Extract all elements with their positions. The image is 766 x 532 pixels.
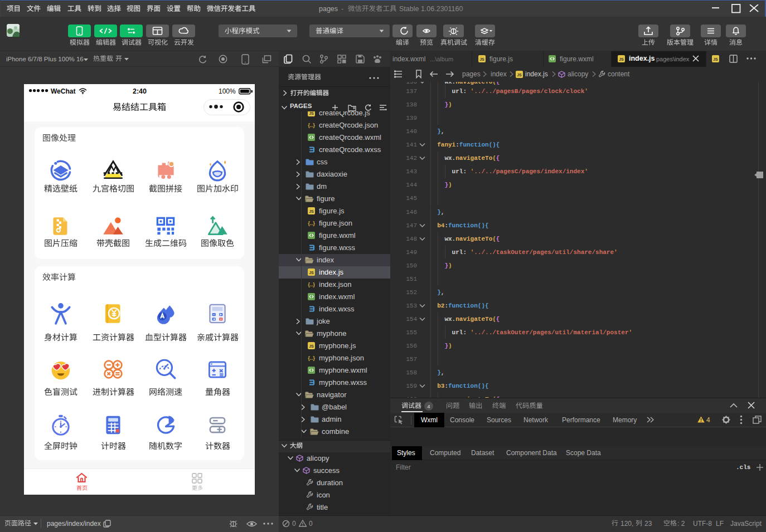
svg-text:{..}: {..} xyxy=(308,281,315,287)
svg-text:JS: JS xyxy=(309,111,314,115)
svg-text:JS: JS xyxy=(517,73,522,77)
svg-text:JS: JS xyxy=(309,271,314,275)
svg-text:4: 4 xyxy=(427,403,430,409)
svg-text:{..}: {..} xyxy=(308,220,315,226)
svg-text:JS: JS xyxy=(309,344,314,348)
svg-text:JS: JS xyxy=(713,57,718,61)
svg-text:{..}: {..} xyxy=(308,122,315,128)
svg-text:JS: JS xyxy=(479,57,484,61)
svg-text:{..}: {..} xyxy=(308,355,315,361)
svg-text:JS: JS xyxy=(309,209,314,213)
svg-text:JS: JS xyxy=(619,57,624,61)
